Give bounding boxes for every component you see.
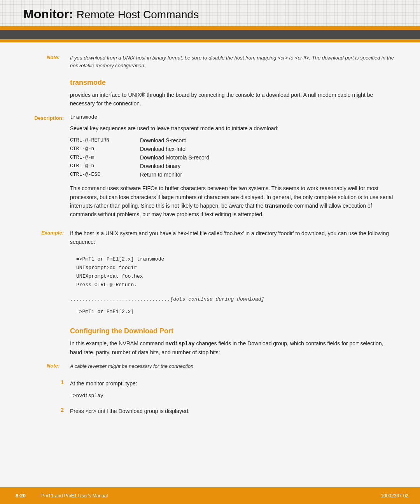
desc-label: Description:	[23, 114, 70, 224]
page-title: Monitor: Remote Host Commands	[23, 7, 397, 21]
page-footer: 8-20 PmT1 and PmE1 User's Manual 1000236…	[0, 487, 420, 504]
dark-bar	[0, 30, 420, 39]
key-row-3: CTRL-@-b Download binary	[70, 163, 397, 169]
key-desc-4: Return to monitor	[140, 172, 182, 178]
nvdisplay-inline: nvdisplay	[165, 341, 195, 347]
dots-italic: [dots continue during download]	[170, 296, 264, 302]
note-text-2: A cable reverser might be necessary for …	[70, 362, 193, 370]
note-label-2: Note:	[47, 362, 70, 370]
step-1-text: At the monitor prompt, type:	[70, 379, 397, 388]
code-line-3: Press CTRL-@-Return.	[76, 281, 390, 289]
seq-intro: Several key sequences are used to leave …	[70, 124, 397, 133]
key-cmd-2: CTRL-@-m	[70, 154, 140, 161]
key-row-4: CTRL-@-ESC Return to monitor	[70, 172, 397, 178]
example-label: Example:	[23, 229, 70, 247]
main-content: Note: If you download from a UNIX host i…	[0, 42, 420, 438]
note-label-1: Note:	[47, 54, 70, 69]
title-monitor: Monitor:	[23, 7, 73, 21]
orange-bar-bottom	[0, 39, 420, 42]
key-cmd-4: CTRL-@-ESC	[70, 172, 140, 178]
key-desc-3: Download binary	[140, 163, 180, 169]
key-row-2: CTRL-@-m Download Motorola S-record	[70, 154, 397, 161]
step-1-content: At the monitor prompt, type: =>nvdisplay	[70, 379, 397, 400]
key-cmd-1: CTRL-@-h	[70, 146, 140, 152]
page-number: 8-20	[12, 491, 30, 500]
transmode-command: transmode	[70, 114, 397, 120]
code-block-1: =>PmT1 or PmE1[2.x] transmode UNIXprompt…	[70, 252, 397, 292]
configuring-heading: Configuring the Download Port	[70, 327, 397, 335]
step-1-code: =>nvdisplay	[70, 392, 397, 400]
key-desc-0: Download S-record	[140, 137, 187, 144]
code-line-1: UNIXprompt>cd foodir	[76, 264, 390, 272]
step-2-content: Press <cr> until the Download group is d…	[70, 407, 397, 415]
footer-title: PmT1 and PmE1 User's Manual	[41, 493, 108, 499]
orange-bar-top	[0, 26, 420, 30]
key-sequence-table: CTRL-@-RETURN Download S-record CTRL-@-h…	[70, 137, 397, 178]
code-line-2: UNIXprompt>cat foo.hex	[76, 272, 390, 281]
key-row-0: CTRL-@-RETURN Download S-record	[70, 137, 397, 144]
example-row: Example: If the host is a UNIX system an…	[23, 229, 397, 247]
key-desc-2: Download Motorola S-record	[140, 154, 209, 161]
step-1-num: 1	[47, 379, 70, 400]
note-text-1: If you download from a UNIX host in bina…	[70, 54, 397, 69]
dots-line: .................................[dots c…	[70, 296, 397, 302]
key-cmd-3: CTRL-@-b	[70, 163, 140, 169]
step-2-text: Press <cr> until the Download group is d…	[70, 407, 397, 415]
note-block-1: Note: If you download from a UNIX host i…	[47, 54, 397, 69]
title-subtitle: Remote Host Commands	[77, 9, 199, 21]
example-content: If the host is a UNIX system and you hav…	[70, 229, 397, 247]
step-2: 2 Press <cr> until the Download group is…	[47, 407, 397, 415]
body-text-1: This command uses software FIFOs to buff…	[70, 184, 397, 219]
key-row-1: CTRL-@-h Download hex-Intel	[70, 146, 397, 152]
final-code-line: =>PmT1 or PmE1[2.x]	[76, 308, 390, 316]
code-line-0: =>PmT1 or PmE1[2.x] transmode	[76, 255, 390, 264]
desc-content: transmode Several key sequences are used…	[70, 114, 397, 224]
key-cmd-0: CTRL-@-RETURN	[70, 137, 140, 144]
key-desc-1: Download hex-Intel	[140, 146, 187, 152]
note-block-2: Note: A cable reverser might be necessar…	[47, 362, 397, 370]
page-header: Monitor: Remote Host Commands	[0, 0, 420, 26]
final-code-block: =>PmT1 or PmE1[2.x]	[70, 306, 397, 318]
transmode-heading: transmode	[70, 79, 397, 87]
step-2-num: 2	[47, 407, 70, 415]
description-row: Description: transmode Several key seque…	[23, 114, 397, 224]
step-1: 1 At the monitor prompt, type: =>nvdispl…	[47, 379, 397, 400]
configuring-desc: In this example, the NVRAM command nvdis…	[70, 339, 397, 357]
transmode-desc: provides an interface to UNIX® through t…	[70, 91, 397, 108]
footer-doc-number: 10002367-02	[381, 493, 408, 499]
transmode-inline: transmode	[265, 203, 293, 209]
